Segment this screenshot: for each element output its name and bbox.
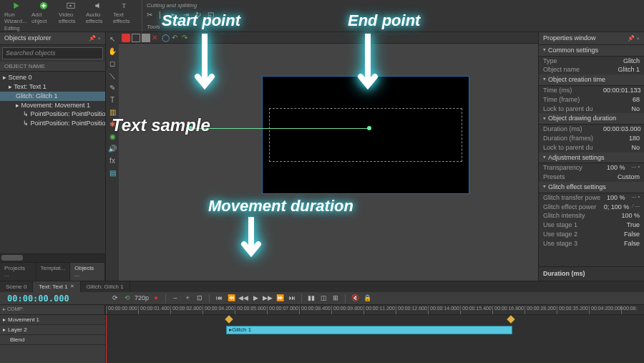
- end-point-handle[interactable]: [367, 126, 371, 130]
- tl-tab-text[interactable]: Text: Text 1✕: [33, 281, 80, 292]
- tab-templates[interactable]: Templat...: [36, 263, 71, 281]
- play-icon[interactable]: ▶: [250, 294, 260, 303]
- h-scrollbar[interactable]: [0, 253, 105, 262]
- tree-pp1[interactable]: ↳ PointPosition: PointPosition 1: [0, 119, 105, 128]
- canvas[interactable]: Text sample Start point End point Moveme…: [119, 44, 538, 281]
- duration-frames-value[interactable]: 180: [629, 135, 640, 142]
- record-icon[interactable]: [122, 34, 130, 42]
- section-creation-time[interactable]: Object creation time: [539, 74, 644, 86]
- tree-text[interactable]: ▸ Text: Text 1: [0, 82, 105, 92]
- step-back-icon[interactable]: ⏪: [226, 294, 236, 303]
- lock-icon[interactable]: 🔒: [362, 294, 372, 303]
- zoom-fit-icon[interactable]: ⊡: [195, 294, 205, 303]
- selection-box[interactable]: [269, 108, 462, 162]
- use-stage2-value[interactable]: False: [624, 231, 640, 238]
- tree-glitch[interactable]: Glitch: Glitch 1: [0, 92, 105, 101]
- glitch-transfer-value[interactable]: 100 %: [607, 194, 625, 202]
- use-stage3-value[interactable]: False: [624, 240, 640, 248]
- tracks-area[interactable]: ▸ Glitch 1: [106, 315, 644, 363]
- goto-start-icon[interactable]: ⏮: [214, 294, 224, 303]
- trim-left-icon[interactable]: ⇤: [171, 11, 181, 21]
- track-movement[interactable]: ▸ Movement 1: [0, 315, 105, 325]
- layers-icon[interactable]: ▤: [107, 168, 117, 178]
- motion-path[interactable]: [190, 128, 369, 129]
- section-common[interactable]: Common settings: [539, 45, 644, 57]
- prop-name-value[interactable]: Glitch 1: [618, 66, 640, 74]
- text-effects-button[interactable]: T Text effects: [113, 1, 137, 25]
- audio-effects-button[interactable]: Audio effects: [86, 1, 110, 25]
- track-layer2[interactable]: ▸ Layer 2: [0, 325, 105, 335]
- canvas-area[interactable]: ↖ ✋ ◻ ＼ ✎ T ▥ ✱ ◉ 🔊 fx ▤ ✕ ◯ ↶ ↷: [106, 32, 538, 281]
- playhead[interactable]: [106, 315, 107, 363]
- tree-scene[interactable]: ▸ Scene 0: [0, 73, 105, 82]
- time-ruler[interactable]: 00:00:00.00000:00:01.40000:00:02.80000:0…: [106, 305, 644, 314]
- res-label[interactable]: 720p: [135, 294, 149, 303]
- section-drawing-duration[interactable]: Object drawing duration: [539, 113, 644, 125]
- circle-icon[interactable]: ◯: [162, 34, 170, 42]
- volume-icon[interactable]: 🔊: [107, 144, 117, 154]
- rec-icon[interactable]: ●: [151, 294, 161, 303]
- time-frame-value[interactable]: 68: [633, 96, 640, 104]
- mute-icon[interactable]: 🔇: [350, 294, 360, 303]
- fx-icon[interactable]: fx: [107, 156, 117, 166]
- keyframe-end[interactable]: [507, 315, 514, 323]
- shape-icon[interactable]: ◻: [107, 59, 117, 69]
- clip-glitch[interactable]: ▸ Glitch 1: [226, 326, 512, 334]
- glitch-intensity-value[interactable]: 100 %: [621, 212, 640, 220]
- close-icon[interactable]: ✕: [70, 284, 74, 289]
- loop-icon[interactable]: ⟲: [122, 294, 132, 303]
- sync-icon[interactable]: ⟳: [110, 294, 120, 303]
- section-glitch[interactable]: Glitch effect settings: [539, 182, 644, 193]
- track-blend[interactable]: Blend: [0, 335, 105, 345]
- box2-icon[interactable]: [142, 34, 150, 42]
- line-icon[interactable]: ＼: [107, 71, 117, 81]
- keyframe-start[interactable]: [225, 315, 233, 323]
- step-fwd-icon[interactable]: ⏩: [275, 294, 285, 303]
- prev-frame-icon[interactable]: ◀◀: [238, 294, 248, 303]
- tab-projects[interactable]: Projects ...: [0, 263, 36, 281]
- trim-right-icon[interactable]: ⇥: [183, 11, 193, 21]
- search-input[interactable]: Searched objects: [2, 47, 103, 59]
- lock2-value[interactable]: No: [631, 144, 640, 152]
- add-object-button[interactable]: Add object: [31, 1, 56, 25]
- next-frame-icon[interactable]: ▶▶: [263, 294, 273, 303]
- zoom-out-icon[interactable]: –: [170, 294, 180, 303]
- split-icon[interactable]: ◫: [318, 294, 328, 303]
- object-tree[interactable]: ▸ Scene 0 ▸ Text: Text 1 Glitch: Glitch …: [0, 72, 105, 253]
- glitch-effect-value[interactable]: 0; 100 %: [604, 203, 630, 211]
- run-wizard-button[interactable]: Run Wizard...: [4, 1, 29, 25]
- comp-label[interactable]: ▸ COMP:: [0, 305, 105, 314]
- goto-end-icon[interactable]: ⏭: [287, 294, 297, 303]
- hand-icon[interactable]: ✋: [107, 47, 117, 57]
- marker-icon[interactable]: ▮▮: [306, 294, 316, 303]
- undo-icon[interactable]: ↶: [172, 34, 180, 42]
- pin-icon[interactable]: 📌 ×: [89, 35, 101, 42]
- duration-ms-value[interactable]: 00:00:03.000: [603, 125, 641, 133]
- box1-icon[interactable]: [132, 34, 140, 42]
- pin-icon[interactable]: 📌 ×: [628, 35, 640, 42]
- text-tool-icon[interactable]: T: [107, 95, 117, 105]
- tl-tab-glitch[interactable]: Glitch: Glitch 1: [81, 281, 130, 292]
- tree-pp2[interactable]: ↳ PointPosition: PointPosition 2: [0, 110, 105, 119]
- zoom-in-icon[interactable]: +: [182, 294, 192, 303]
- presets-value[interactable]: Custom: [618, 173, 640, 181]
- text-sample[interactable]: Text sample: [112, 115, 210, 135]
- use-stage1-value[interactable]: True: [627, 221, 640, 229]
- redo-icon[interactable]: ↷: [182, 34, 190, 42]
- close-icon[interactable]: ✕: [152, 34, 160, 42]
- tree-movement[interactable]: ▸ Movement: Movement 1: [0, 101, 105, 110]
- video-effects-button[interactable]: Video effects: [59, 1, 83, 25]
- snap-icon[interactable]: ⊞: [331, 294, 341, 303]
- tl-tab-scene[interactable]: Scene 0: [0, 281, 33, 292]
- razor-icon[interactable]: |: [159, 11, 169, 21]
- section-adjustment[interactable]: Adjustment settings: [539, 153, 644, 164]
- current-time[interactable]: 00:00:00.000: [0, 294, 106, 304]
- lock1-value[interactable]: No: [631, 105, 640, 113]
- pen-icon[interactable]: ✎: [107, 83, 117, 93]
- cursor-icon[interactable]: ↖: [107, 34, 117, 44]
- crop-icon[interactable]: ◱: [208, 11, 218, 21]
- tab-objects[interactable]: Objects ...: [70, 263, 105, 281]
- transparency-value[interactable]: 100 %: [607, 164, 625, 172]
- time-ms-value[interactable]: 00:00:01.133: [603, 87, 641, 95]
- scissors-icon[interactable]: ✂: [147, 11, 157, 21]
